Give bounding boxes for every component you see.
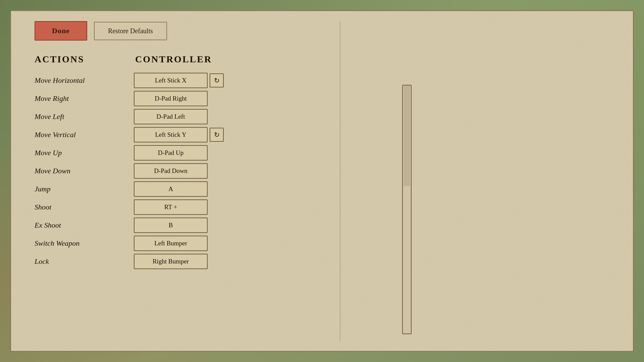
binding-button[interactable]: Left Stick Y (134, 127, 208, 142)
headers-row: ACTIONS CONTROLLER (35, 54, 263, 65)
binding-buttons: RT + (134, 199, 208, 215)
binding-row: Ex ShootB (35, 218, 263, 233)
binding-buttons: A (134, 181, 208, 197)
action-label: Switch Weapon (35, 239, 128, 248)
binding-button[interactable]: Left Stick X (134, 73, 208, 88)
refresh-binding-button[interactable]: ↻ (210, 128, 224, 142)
binding-row: LockRight Bumper (35, 254, 263, 269)
done-button[interactable]: Done (35, 21, 87, 41)
action-label: Move Horizontal (35, 76, 128, 85)
action-label: Move Left (35, 112, 128, 121)
binding-row: Move RightD-Pad Right (35, 91, 263, 106)
binding-row: Move UpD-Pad Up (35, 145, 263, 161)
binding-row: Switch WeaponLeft Bumper (35, 236, 263, 251)
restore-defaults-button[interactable]: Restore Defaults (94, 22, 167, 40)
binding-button[interactable]: Right Bumper (134, 254, 208, 269)
binding-button[interactable]: D-Pad Right (134, 91, 208, 106)
binding-buttons: B (134, 218, 208, 233)
top-buttons: Done Restore Defaults (35, 21, 263, 41)
action-label: Move Down (35, 167, 128, 175)
main-panel: Done Restore Defaults ACTIONS CONTROLLER… (10, 10, 634, 352)
binding-row: Move DownD-Pad Down (35, 163, 263, 179)
binding-buttons: D-Pad Down (134, 163, 208, 179)
binding-button[interactable]: RT + (134, 199, 208, 215)
bindings-list: Move HorizontalLeft Stick X↻Move RightD-… (35, 73, 263, 269)
action-label: Move Up (35, 148, 128, 157)
binding-button[interactable]: B (134, 218, 208, 233)
action-label: Ex Shoot (35, 221, 128, 230)
binding-buttons: Left Stick X↻ (134, 73, 224, 88)
binding-buttons: D-Pad Up (134, 145, 208, 161)
action-label: Move Right (35, 94, 128, 103)
actions-header: ACTIONS (35, 54, 135, 65)
divider-vertical (340, 21, 340, 341)
right-panel (346, 21, 623, 341)
binding-button[interactable]: A (134, 181, 208, 197)
binding-row: JumpA (35, 181, 263, 197)
controller-header: CONTROLLER (135, 54, 212, 65)
binding-buttons: D-Pad Right (134, 91, 208, 106)
action-label: Move Vertical (35, 130, 128, 139)
binding-button[interactable]: D-Pad Up (134, 145, 208, 161)
action-label: Shoot (35, 203, 128, 212)
action-label: Jump (35, 185, 128, 193)
binding-buttons: Right Bumper (134, 254, 208, 269)
binding-row: Move LeftD-Pad Left (35, 109, 263, 124)
binding-buttons: Left Stick Y↻ (134, 127, 224, 142)
content-area: Done Restore Defaults ACTIONS CONTROLLER… (35, 21, 263, 341)
action-label: Lock (35, 257, 128, 266)
binding-button[interactable]: Left Bumper (134, 236, 208, 251)
binding-row: ShootRT + (35, 199, 263, 215)
binding-button[interactable]: D-Pad Left (134, 109, 208, 124)
binding-button[interactable]: D-Pad Down (134, 163, 208, 179)
refresh-binding-button[interactable]: ↻ (210, 73, 224, 87)
binding-row: Move HorizontalLeft Stick X↻ (35, 73, 263, 88)
binding-row: Move VerticalLeft Stick Y↻ (35, 127, 263, 142)
binding-buttons: Left Bumper (134, 236, 208, 251)
binding-buttons: D-Pad Left (134, 109, 208, 124)
